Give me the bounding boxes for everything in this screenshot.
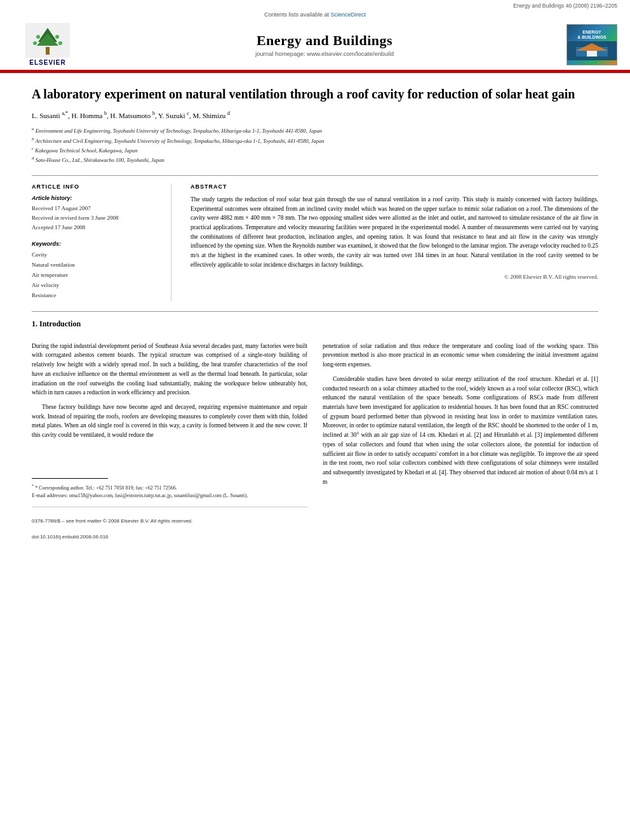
elsevier-label-text: ELSEVIER bbox=[29, 59, 65, 66]
svg-point-6 bbox=[33, 41, 37, 45]
accepted-date: Accepted 17 June 2008 bbox=[32, 223, 158, 232]
history-subheading: Article history: bbox=[32, 195, 158, 201]
sciencedirect-line: Contents lists available at ScienceDirec… bbox=[0, 9, 630, 19]
revised-date: Received in revised form 3 June 2008 bbox=[32, 213, 158, 223]
issn-line: 0378-7788/$ – see front matter © 2008 El… bbox=[32, 517, 307, 526]
info-abstract-section: ARTICLE INFO Article history: Received 1… bbox=[32, 183, 598, 301]
journal-ref-line: Energy and Buildings 40 (2008) 2196–2205 bbox=[0, 0, 630, 9]
svg-rect-10 bbox=[587, 51, 597, 57]
keyword-2: Natural ventilation bbox=[32, 260, 158, 270]
intro-para-1: During the rapid industrial development … bbox=[32, 342, 307, 397]
affiliation-a: a Environment and Life Engineering, Toyo… bbox=[32, 126, 598, 135]
header-red-rule bbox=[0, 71, 630, 73]
article-info-panel: ARTICLE INFO Article history: Received 1… bbox=[32, 183, 171, 301]
journal-header: Energy and Buildings 40 (2008) 2196–2205… bbox=[0, 0, 630, 73]
authors-line: L. Susanti a,*, H. Homma b, H. Matsumoto… bbox=[32, 110, 598, 121]
received-date: Received 17 August 2007 bbox=[32, 204, 158, 213]
right-para-2: Considerable studies have been devoted t… bbox=[323, 375, 598, 487]
body-left-col: During the rapid industrial development … bbox=[32, 342, 307, 542]
keyword-4: Air velocity bbox=[32, 280, 158, 290]
abstract-text: The study targets the reduction of roof … bbox=[191, 195, 598, 270]
footnote-star: * * Corresponding author. Tel.: +62 751 … bbox=[32, 483, 307, 492]
affiliations-block: a Environment and Life Engineering, Toyo… bbox=[32, 126, 598, 165]
doi-line: doi:10.1016/j.enbuild.2008.06.016 bbox=[32, 533, 307, 542]
keyword-5: Resistance bbox=[32, 290, 158, 300]
article-dates: Received 17 August 2007 Received in revi… bbox=[32, 204, 158, 233]
keywords-list: Cavity Natural ventilation Air temperatu… bbox=[32, 250, 158, 301]
footnote-email: E-mail addresses: oma158@yahoo.com, lusi… bbox=[32, 492, 307, 500]
article-title: A laboratory experiment on natural venti… bbox=[32, 86, 598, 102]
header-main-row: ELSEVIER Energy and Buildings journal ho… bbox=[0, 19, 630, 70]
contents-text: Contents lists available at bbox=[264, 11, 329, 18]
intro-para-2: These factory buildings have now become … bbox=[32, 403, 307, 440]
intro-para-2-text: These factory buildings have now become … bbox=[32, 404, 307, 438]
body-columns: During the rapid industrial development … bbox=[32, 342, 598, 542]
svg-point-4 bbox=[36, 35, 40, 39]
footnote-rule bbox=[32, 478, 108, 479]
right-para-1: penetration of solar radiation and thus … bbox=[323, 342, 598, 370]
svg-point-5 bbox=[55, 35, 59, 39]
keyword-3: Air temperature bbox=[32, 270, 158, 280]
svg-rect-1 bbox=[46, 47, 50, 55]
abstract-panel: ABSTRACT The study targets the reduction… bbox=[191, 183, 598, 301]
section-divider-1 bbox=[32, 175, 598, 176]
journal-name: Energy and Buildings bbox=[83, 32, 566, 49]
sciencedirect-label[interactable]: ScienceDirect bbox=[331, 11, 366, 18]
copyright-line: © 2008 Elsevier B.V. All rights reserved… bbox=[191, 274, 598, 280]
intro-heading: 1. Introduction bbox=[32, 319, 598, 329]
ref-line-text: Energy and Buildings 40 (2008) 2196–2205 bbox=[513, 3, 617, 9]
keywords-subheading: Keywords: bbox=[32, 241, 158, 247]
body-right-col: penetration of solar radiation and thus … bbox=[323, 342, 598, 542]
journal-cover-thumbnail: ENERGY& BUILDINGS bbox=[566, 24, 617, 65]
elsevier-logo: ELSEVIER bbox=[13, 23, 83, 66]
article-info-heading: ARTICLE INFO bbox=[32, 183, 158, 190]
affiliation-c: c Kakegawa Technical School, Kakegawa, J… bbox=[32, 145, 598, 155]
section-divider-2 bbox=[32, 311, 598, 312]
elsevier-tree-icon bbox=[25, 23, 70, 58]
abstract-heading: ABSTRACT bbox=[191, 183, 598, 190]
journal-url: journal homepage: www.elsevier.com/locat… bbox=[83, 50, 566, 57]
keyword-1: Cavity bbox=[32, 250, 158, 260]
main-content: A laboratory experiment on natural venti… bbox=[0, 73, 630, 561]
authors-text: L. Susanti a,*, H. Homma b, H. Matsumoto… bbox=[32, 112, 230, 119]
journal-title-block: Energy and Buildings journal homepage: w… bbox=[83, 32, 566, 57]
svg-point-7 bbox=[58, 41, 62, 45]
affiliation-b: b Architecture and Civil Engineering, To… bbox=[32, 136, 598, 145]
cover-graphic-icon bbox=[573, 42, 611, 60]
cover-top-text: ENERGY& BUILDINGS bbox=[576, 29, 608, 42]
affiliation-d: d Sato-House Co., Ltd., Shirakawacho 100… bbox=[32, 155, 598, 164]
